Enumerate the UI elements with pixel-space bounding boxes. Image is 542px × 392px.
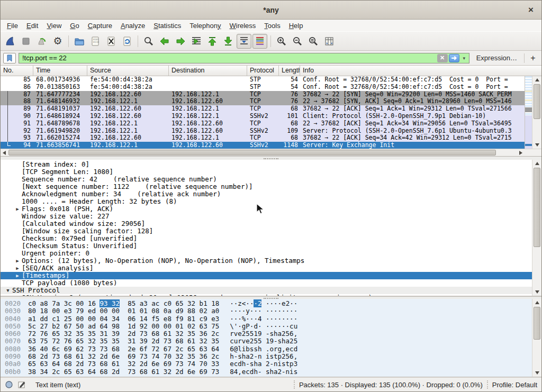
hex-row[interactable]: 003080 18 00 e3 79 ed 00 00 01 01 08 0a … [1,307,532,315]
intelligent-scrollbar-minimap[interactable] [525,76,532,149]
detail-row[interactable]: ▶Flags: 0x018 (PSH, ACK) [1,205,532,213]
tree-collapsed-icon[interactable]: ▶ [13,272,22,279]
scrollbar-thumb[interactable] [534,84,540,119]
packet-row-85[interactable]: 8568.001734936fe:54:00:d4:38:2aSTP54Conf… [1,76,525,84]
scroll-up-button[interactable] [532,160,541,167]
detail-row[interactable]: 1000 .... = Header Length: 32 bytes (8) [1,198,532,205]
packet-list-vscrollbar[interactable] [532,76,541,149]
restart-capture-button[interactable] [34,34,49,49]
detail-row[interactable]: Sequence number: 42 (relative sequence n… [1,176,532,183]
open-file-button[interactable] [72,34,87,49]
hex-row[interactable]: 00b038 34 2c 65 63 64 68 2d 73 68 61 32 … [1,368,532,376]
detail-row[interactable]: [TCP Segment Len: 1080] [1,168,532,176]
add-filter-button[interactable]: + [527,52,539,64]
display-filter-field[interactable]: ✕ ➜ ▾ [19,53,469,63]
hex-row[interactable]: 00505c 27 b2 67 50 ad 64 98 1d 92 00 00 … [1,323,532,330]
packet-row-88[interactable]: 8871.648146932192.168.122.1192.168.122.6… [1,98,525,105]
menu-wireless[interactable]: Wireless [225,21,260,31]
tree-collapsed-icon[interactable]: ▶ [13,265,22,272]
packet-row-91[interactable]: 9171.648789678192.168.122.1192.168.122.6… [1,120,525,127]
detail-row[interactable]: Urgent pointer: 0 [1,250,532,257]
hex-row[interactable]: 007063 75 72 76 65 32 35 35 31 39 2d 73 … [1,338,532,345]
menu-view[interactable]: View [42,21,66,31]
tree-expanded-icon[interactable]: ▼ [4,287,12,294]
filter-apply-button[interactable]: ➜ [449,54,459,62]
menu-analyze[interactable]: Analyze [116,21,149,31]
stop-capture-button[interactable] [19,34,33,49]
zoom-100-button[interactable] [306,34,321,49]
zoom-in-button[interactable] [274,34,289,49]
packet-row-89[interactable]: 8971.648191037192.168.122.60192.168.122.… [1,105,525,113]
scroll-up-button[interactable] [532,76,541,84]
scrollbar-thumb[interactable] [534,168,540,247]
detail-row[interactable]: ▶[SEQ/ACK analysis] [1,265,532,272]
column-header-protocol[interactable]: Protocol [247,66,279,76]
scrollbar-thumb[interactable] [534,307,540,340]
hex-row[interactable]: 0040a1 dd c1 25 00 00 04 34 06 14 f5 e8 … [1,315,532,323]
hex-row[interactable]: 009068 2d 73 68 61 32 2d 6e 69 73 74 70 … [1,353,532,360]
filter-bookmark-button[interactable] [3,53,16,63]
first-packet-button[interactable] [205,34,220,49]
menu-statistics[interactable]: Statistics [149,21,185,31]
next-packet-button[interactable] [173,34,188,49]
detail-vscrollbar[interactable] [532,160,541,296]
detail-row[interactable]: [Window size scaling factor: 128] [1,227,532,235]
tree-collapsed-icon[interactable]: ▶ [13,205,22,213]
detail-row[interactable]: Window size value: 227 [1,213,532,220]
filter-history-caret[interactable]: ▾ [460,54,468,62]
scrollbar-thumb[interactable] [8,150,496,156]
scroll-left-button[interactable] [1,149,8,156]
hex-row[interactable]: 00a065 63 64 68 2d 73 68 61 32 2d 6e 69 … [1,360,532,368]
menu-tools[interactable]: Tools [260,21,284,31]
packet-list-hscrollbar[interactable] [1,149,541,156]
hex-row[interactable]: 008036 40 6c 69 62 73 73 68 2e 6f 72 67 … [1,345,532,353]
hex-row[interactable]: 006072 76 65 32 35 35 31 39 2d 73 68 61 … [1,330,532,338]
menu-telephony[interactable]: Telephony [185,21,225,31]
detail-row[interactable]: [Checksum Status: Unverified] [1,242,532,250]
detail-row[interactable]: TCP payload (1080 bytes) [1,279,532,287]
title-bar[interactable]: *any × [1,1,541,20]
menu-capture[interactable]: Capture [84,21,116,31]
detail-row[interactable]: [Next sequence number: 1122 (relative se… [1,183,532,190]
menu-help[interactable]: Help [285,21,308,31]
filter-clear-button[interactable]: ✕ [437,54,448,62]
scroll-down-button[interactable] [532,141,541,149]
packet-row-87[interactable]: 8771.647777234192.168.122.60192.168.122.… [1,91,525,98]
packet-row-94[interactable]: 9471.663856741192.168.122.1192.168.122.6… [1,142,525,149]
zoom-out-button[interactable] [290,34,305,49]
menu-file[interactable]: File [3,21,22,31]
menu-go[interactable]: Go [66,21,83,31]
start-capture-button[interactable] [3,34,17,49]
detail-row[interactable]: Checksum: 0x79ed [unverified] [1,235,532,242]
scroll-down-button[interactable] [532,288,541,296]
close-file-button[interactable] [104,34,119,49]
last-packet-button[interactable] [221,34,236,49]
column-header-no[interactable]: No. [1,66,33,76]
detail-row[interactable]: ▶SSH Version 2 (encryption:chacha20-poly… [1,294,532,296]
column-header-destination[interactable]: Destination [169,66,247,76]
scroll-up-button[interactable] [532,299,541,306]
find-packet-button[interactable] [141,34,156,49]
reload-file-button[interactable] [120,34,134,49]
display-filter-input[interactable] [22,54,436,62]
go-to-packet-button[interactable] [189,34,204,49]
resize-columns-button[interactable] [322,34,337,49]
detail-row[interactable]: ▶Options: (12 bytes), No-Operation (NOP)… [1,257,532,265]
detail-row[interactable]: ▶[Timestamps] [1,272,532,279]
expression-button[interactable]: Expression… [472,54,521,62]
packet-row-93[interactable]: 9371.662015274192.168.122.60192.168.122.… [1,134,525,142]
detail-row[interactable]: [Stream index: 0] [1,161,532,168]
expert-info-icon[interactable] [5,380,13,389]
packet-row-86[interactable]: 8670.013850163fe:54:00:d4:38:2aSTP54Conf… [1,84,525,91]
save-file-button[interactable]: 01010110 [88,34,103,49]
auto-scroll-button[interactable] [237,34,251,49]
window-close-button[interactable]: × [526,5,536,15]
tree-collapsed-icon[interactable]: ▶ [13,294,22,296]
capture-comment-icon[interactable] [17,380,26,389]
packet-row-90[interactable]: 9071.648618924192.168.122.60192.168.122.… [1,113,525,120]
detail-row[interactable]: ▼SSH Protocol [1,287,532,294]
profile-button[interactable]: Profile: Default [492,381,537,389]
previous-packet-button[interactable] [157,34,172,49]
detail-row[interactable]: Acknowledgment number: 34 (relative ack … [1,190,532,198]
column-header-length[interactable]: Length [279,66,300,76]
